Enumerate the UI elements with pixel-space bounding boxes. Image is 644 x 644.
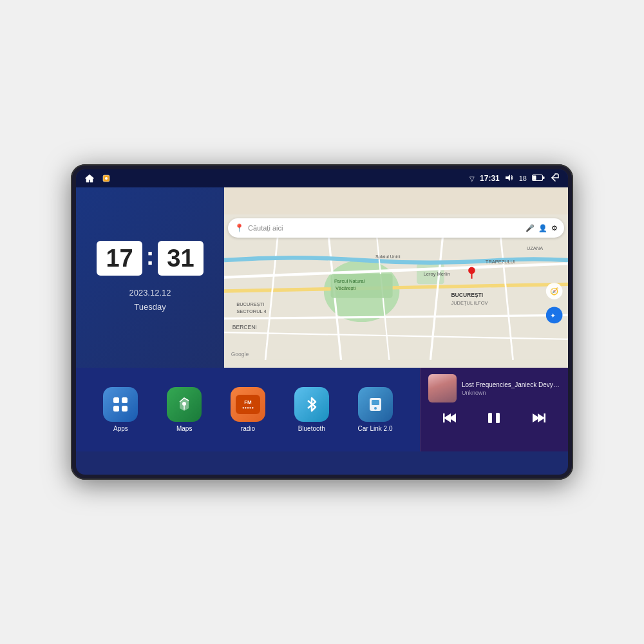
svg-point-41 <box>182 402 186 406</box>
map-searchbar[interactable]: 📍 Căutați aici 🎤 👤 ⚙ <box>228 218 564 238</box>
battery-icon <box>532 174 545 183</box>
maps-icon <box>167 387 202 422</box>
music-prev-button[interactable] <box>438 410 462 430</box>
svg-point-44 <box>374 407 377 410</box>
music-controls <box>428 409 560 430</box>
radio-label: radio <box>241 425 255 432</box>
music-artist: Unknown <box>462 390 560 396</box>
home-icon[interactable] <box>84 173 95 184</box>
svg-rect-37 <box>113 397 119 403</box>
svg-text:BERCENI: BERCENI <box>232 324 257 330</box>
app-icon-carlink[interactable]: Car Link 2.0 <box>358 387 393 432</box>
svg-text:JUDEȚUL ILFOV: JUDEȚUL ILFOV <box>451 300 488 306</box>
map-search-placeholder[interactable]: Căutați aici <box>248 224 522 232</box>
status-time: 17:31 <box>480 174 500 183</box>
svg-text:SECTORUL 4: SECTORUL 4 <box>236 308 267 314</box>
carlink-icon <box>358 387 393 422</box>
clock-minute: 31 <box>158 241 203 276</box>
status-right: ▽ 17:31 18 <box>469 173 560 184</box>
svg-text:Leroy Merlin: Leroy Merlin <box>424 272 450 278</box>
map-widget[interactable]: 📍 Căutați aici 🎤 👤 ⚙ <box>224 187 568 368</box>
clock-date: 2023.12.12 Tuesday <box>129 286 171 314</box>
app-icon-apps[interactable]: Apps <box>103 387 138 432</box>
svg-text:Văcărești: Văcărești <box>336 285 355 291</box>
google-maps-pin-icon: 📍 <box>234 223 244 232</box>
car-display-device: ▽ 17:31 18 <box>71 164 573 480</box>
svg-rect-49 <box>496 413 500 423</box>
svg-text:Google: Google <box>231 351 249 357</box>
screen: ▽ 17:31 18 <box>76 169 568 475</box>
svg-rect-4 <box>543 176 545 179</box>
svg-marker-46 <box>444 413 451 422</box>
signal-icon: ▽ <box>469 175 475 182</box>
radio-icon: FM ●●●●● <box>231 387 265 422</box>
map-background: 📍 Căutați aici 🎤 👤 ⚙ <box>224 214 568 368</box>
svg-rect-38 <box>122 397 128 403</box>
map-mic-icon[interactable]: 🎤 <box>526 224 535 232</box>
svg-rect-39 <box>113 406 119 412</box>
app-icon-radio[interactable]: FM ●●●●● radio <box>231 387 265 432</box>
music-album-art <box>428 374 457 402</box>
svg-rect-47 <box>443 413 445 422</box>
clock-display: 17 : 31 <box>97 241 203 276</box>
clock-separator: : <box>146 243 155 270</box>
svg-rect-48 <box>488 413 492 423</box>
svg-text:BUCUREȘTI: BUCUREȘTI <box>451 292 483 298</box>
svg-text:Parcul Natural: Parcul Natural <box>334 278 365 284</box>
svg-text:Splaiul Unirii: Splaiul Unirii <box>375 254 401 260</box>
music-widget: Lost Frequencies_Janieck Devy-... Unknow… <box>420 368 568 451</box>
clock-hour: 17 <box>97 241 142 276</box>
apps-area: Apps Maps <box>76 368 420 451</box>
app-icon-bluetooth[interactable]: Bluetooth <box>294 387 329 432</box>
music-next-button[interactable] <box>526 410 551 430</box>
svg-rect-52 <box>544 413 545 422</box>
top-section: 17 : 31 2023.12.12 Tuesday 📍 <box>76 187 568 368</box>
status-left <box>84 173 112 184</box>
svg-text:🧭: 🧭 <box>550 287 559 296</box>
svg-text:TRAPEZULUI: TRAPEZULUI <box>486 259 515 265</box>
svg-text:BUCUREȘTI: BUCUREȘTI <box>236 301 264 307</box>
main-content: 17 : 31 2023.12.12 Tuesday 📍 <box>76 187 568 475</box>
carlink-label: Car Link 2.0 <box>358 425 393 432</box>
map-account-icon[interactable]: 👤 <box>538 224 547 232</box>
music-title: Lost Frequencies_Janieck Devy-... <box>462 381 560 388</box>
apps-label: Apps <box>113 425 128 432</box>
app-icon-maps[interactable]: Maps <box>167 387 202 432</box>
svg-text:✦: ✦ <box>550 312 556 319</box>
music-top: Lost Frequencies_Janieck Devy-... Unknow… <box>428 374 560 402</box>
clock-widget: 17 : 31 2023.12.12 Tuesday <box>76 187 224 368</box>
maps-nav-icon[interactable] <box>100 173 112 184</box>
battery-level: 18 <box>519 175 527 182</box>
music-info: Lost Frequencies_Janieck Devy-... Unknow… <box>462 381 560 396</box>
apps-icon <box>103 387 138 422</box>
status-bar: ▽ 17:31 18 <box>76 169 568 187</box>
bluetooth-label: Bluetooth <box>298 425 325 432</box>
bluetooth-icon <box>294 387 329 422</box>
svg-text:UZANA: UZANA <box>527 245 543 251</box>
volume-icon <box>505 174 514 183</box>
svg-point-1 <box>105 177 108 180</box>
svg-marker-2 <box>506 175 510 181</box>
maps-label: Maps <box>176 425 192 432</box>
music-album-face <box>428 374 457 402</box>
map-layers-icon[interactable]: ⚙ <box>551 224 558 232</box>
svg-marker-51 <box>538 413 545 422</box>
svg-rect-43 <box>372 400 379 405</box>
music-pause-button[interactable] <box>482 409 506 430</box>
bottom-section: Apps Maps <box>76 368 568 451</box>
back-icon[interactable] <box>550 173 560 184</box>
clock-day-value: Tuesday <box>129 300 171 314</box>
svg-rect-5 <box>533 176 536 180</box>
svg-rect-40 <box>122 406 128 412</box>
clock-date-value: 2023.12.12 <box>129 286 171 300</box>
